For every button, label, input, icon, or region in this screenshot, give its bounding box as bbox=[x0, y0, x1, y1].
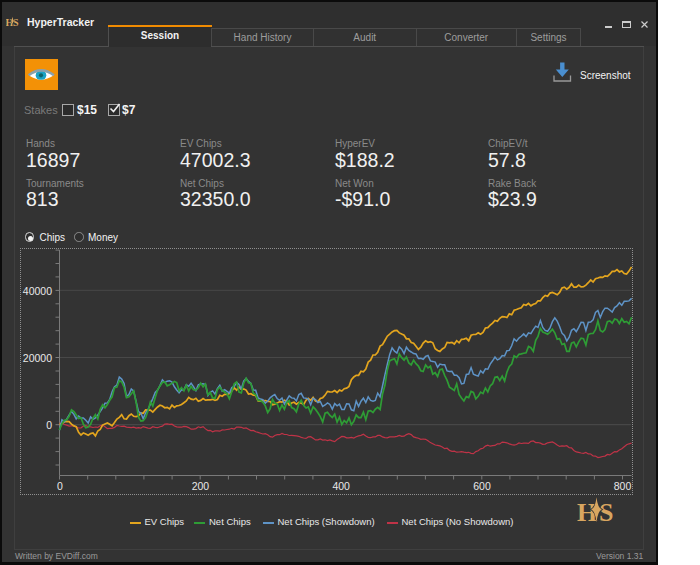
svg-text:200: 200 bbox=[192, 480, 210, 492]
svg-text:S: S bbox=[599, 498, 613, 525]
svg-text:0: 0 bbox=[46, 419, 52, 431]
svg-text:400: 400 bbox=[332, 480, 350, 492]
svg-text:0: 0 bbox=[57, 480, 63, 492]
svg-text:600: 600 bbox=[473, 480, 491, 492]
svg-text:40000: 40000 bbox=[23, 285, 52, 297]
svg-text:20000: 20000 bbox=[23, 352, 52, 364]
svg-text:S: S bbox=[13, 16, 19, 27]
svg-text:800: 800 bbox=[614, 480, 632, 492]
